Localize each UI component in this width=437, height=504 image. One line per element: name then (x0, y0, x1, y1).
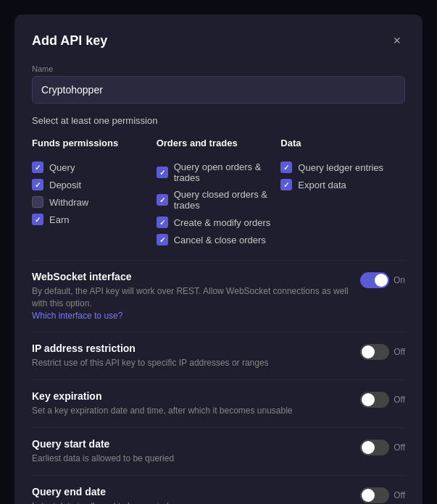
orders-col-title: Orders and trades (157, 138, 281, 148)
query-start-date-title: Query start date (32, 438, 349, 450)
ip-restriction-toggle-knob (362, 345, 375, 358)
query-end-date-toggle[interactable] (360, 487, 389, 503)
ip-restriction-toggle[interactable] (360, 344, 389, 360)
data-col-title: Data (280, 138, 405, 148)
name-input[interactable] (32, 76, 405, 104)
query-end-date-content: Query end date Latest data is allowed to… (32, 486, 360, 504)
query-end-date-title: Query end date (32, 486, 349, 497)
orders-permissions-col: Orders and trades Query open orders & tr… (157, 138, 281, 245)
modal-header: Add API key × (32, 32, 405, 50)
query-end-date-row: Query end date Latest data is allowed to… (32, 475, 405, 504)
cb-query[interactable]: Query (32, 161, 157, 173)
close-button[interactable]: × (388, 32, 405, 50)
key-expiration-toggle-label: Off (394, 395, 405, 405)
query-start-date-content: Query start date Earliest data is allowe… (32, 438, 360, 465)
cb-query-check (32, 161, 43, 173)
cb-closed-orders-check (157, 194, 168, 206)
modal: Add API key × Name Select at least one p… (14, 14, 423, 504)
query-start-date-desc: Earliest data is allowed to be queried (32, 453, 349, 465)
key-expiration-content: Key expiration Set a key expiration date… (32, 390, 360, 417)
cb-ledger-check (280, 161, 292, 173)
cb-open-orders-label: Query open orders & trades (174, 161, 281, 183)
cb-earn[interactable]: Earn (32, 214, 157, 225)
cb-modify-orders-check (157, 217, 168, 228)
cb-modify-orders[interactable]: Create & modify orders (157, 217, 281, 228)
cb-open-orders-check (157, 167, 168, 178)
funds-col-title: Funds permissions (32, 138, 157, 148)
websocket-toggle[interactable] (360, 272, 389, 288)
query-start-date-toggle-knob (362, 441, 375, 454)
cb-withdraw-check (32, 196, 43, 208)
websocket-row: WebSocket interface By default, the API … (32, 260, 405, 332)
cb-closed-orders[interactable]: Query closed orders & trades (157, 189, 281, 211)
cb-deposit-label: Deposit (49, 180, 81, 190)
cb-cancel-orders[interactable]: Cancel & close orders (157, 234, 281, 245)
cb-earn-label: Earn (49, 214, 69, 225)
cb-query-label: Query (49, 162, 75, 173)
query-end-date-desc: Latest data is allowed to be queried (32, 500, 349, 504)
websocket-desc: By default, the API key will work over R… (32, 285, 349, 322)
cb-ledger[interactable]: Query ledger entries (280, 161, 405, 173)
permissions-section-label: Select at least one permission (32, 115, 405, 126)
query-start-date-toggle-label: Off (394, 442, 405, 453)
cb-deposit[interactable]: Deposit (32, 179, 157, 190)
query-start-date-row: Query start date Earliest data is allowe… (32, 427, 405, 475)
query-end-date-toggle-knob (362, 489, 375, 502)
data-permissions-col: Data Query ledger entries Export data (280, 138, 405, 245)
websocket-toggle-knob (375, 274, 388, 287)
key-expiration-row: Key expiration Set a key expiration date… (32, 379, 405, 427)
ip-restriction-toggle-wrapper: Off (360, 344, 405, 360)
cb-open-orders[interactable]: Query open orders & trades (157, 161, 281, 183)
cb-closed-orders-label: Query closed orders & trades (174, 189, 281, 211)
modal-title: Add API key (32, 33, 107, 49)
ip-restriction-row: IP address restriction Restrict use of t… (32, 332, 405, 379)
funds-permissions-col: Funds permissions Query Deposit Withdraw… (32, 138, 157, 245)
key-expiration-toggle-wrapper: Off (360, 392, 405, 408)
cb-deposit-check (32, 179, 43, 190)
ip-restriction-title: IP address restriction (32, 343, 349, 354)
cb-export-label: Export data (298, 180, 346, 190)
name-label: Name (32, 64, 405, 73)
websocket-content: WebSocket interface By default, the API … (32, 271, 360, 322)
key-expiration-desc: Set a key expiration date and time, afte… (32, 405, 349, 417)
name-input-group: Name (32, 64, 405, 104)
key-expiration-title: Key expiration (32, 390, 349, 402)
websocket-toggle-wrapper: On (360, 272, 405, 288)
cb-ledger-label: Query ledger entries (298, 162, 383, 173)
websocket-toggle-label: On (394, 275, 405, 285)
cb-cancel-orders-label: Cancel & close orders (174, 235, 266, 245)
websocket-title: WebSocket interface (32, 271, 349, 282)
query-start-date-toggle-wrapper: Off (360, 440, 405, 455)
cb-earn-check (32, 214, 43, 225)
cb-modify-orders-label: Create & modify orders (174, 217, 271, 228)
ip-restriction-toggle-label: Off (394, 347, 405, 357)
query-end-date-toggle-label: Off (394, 490, 405, 500)
modal-overlay: Add API key × Name Select at least one p… (0, 0, 437, 504)
cb-export[interactable]: Export data (280, 179, 405, 190)
query-end-date-toggle-wrapper: Off (360, 487, 405, 503)
websocket-link[interactable]: Which interface to use? (32, 311, 122, 321)
ip-restriction-desc: Restrict use of this API key to specific… (32, 357, 349, 369)
key-expiration-toggle-knob (362, 393, 375, 406)
ip-restriction-content: IP address restriction Restrict use of t… (32, 343, 360, 369)
cb-cancel-orders-check (157, 234, 168, 245)
query-start-date-toggle[interactable] (360, 440, 389, 455)
cb-export-check (280, 179, 292, 190)
cb-withdraw[interactable]: Withdraw (32, 196, 157, 208)
permissions-grid: Funds permissions Query Deposit Withdraw… (32, 138, 405, 245)
cb-withdraw-label: Withdraw (49, 197, 88, 208)
key-expiration-toggle[interactable] (360, 392, 389, 408)
